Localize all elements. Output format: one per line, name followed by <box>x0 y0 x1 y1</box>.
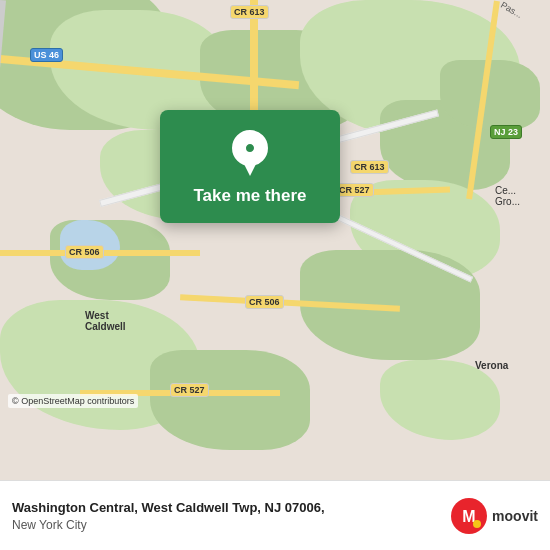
map-passaic-label: Pas... <box>499 0 524 20</box>
moovit-label: moovit <box>492 508 538 524</box>
location-pin <box>232 130 268 174</box>
pin-inner <box>243 141 257 155</box>
take-me-there-button[interactable]: Take me there <box>188 184 311 208</box>
terrain-patch <box>150 350 310 450</box>
road-label-cr613-top: CR 613 <box>230 5 269 19</box>
pin-circle <box>232 130 268 166</box>
road-label-cr527-bot: CR 527 <box>170 383 209 397</box>
map-container: US 46 CR 613 CR 613 CR 527 CR 506 CR 506… <box>0 0 550 480</box>
map-area-label-cedar-grove: Ce...Gro... <box>495 185 520 207</box>
location-info: Washington Central, West Caldwell Twp, N… <box>12 499 451 531</box>
moovit-icon: M <box>451 498 487 534</box>
road-label-cr506-left: CR 506 <box>65 245 104 259</box>
location-subtitle: New York City <box>12 518 451 532</box>
map-area-label-verona: Verona <box>475 360 508 371</box>
road-label-cr506-right: CR 506 <box>245 295 284 309</box>
location-title: Washington Central, West Caldwell Twp, N… <box>12 499 451 517</box>
svg-point-2 <box>473 520 481 528</box>
road-label-us46: US 46 <box>30 48 63 62</box>
location-popup: Take me there <box>160 110 340 223</box>
terrain-patch <box>380 360 500 440</box>
moovit-logo: M moovit <box>451 498 538 534</box>
bottom-bar: Washington Central, West Caldwell Twp, N… <box>0 480 550 550</box>
osm-credit: © OpenStreetMap contributors <box>8 394 138 408</box>
road-label-cr527: CR 527 <box>335 183 374 197</box>
road-label-cr613-mid: CR 613 <box>350 160 389 174</box>
map-area-label-west-caldwell: WestCaldwell <box>85 310 126 332</box>
road-label-nj23: NJ 23 <box>490 125 522 139</box>
